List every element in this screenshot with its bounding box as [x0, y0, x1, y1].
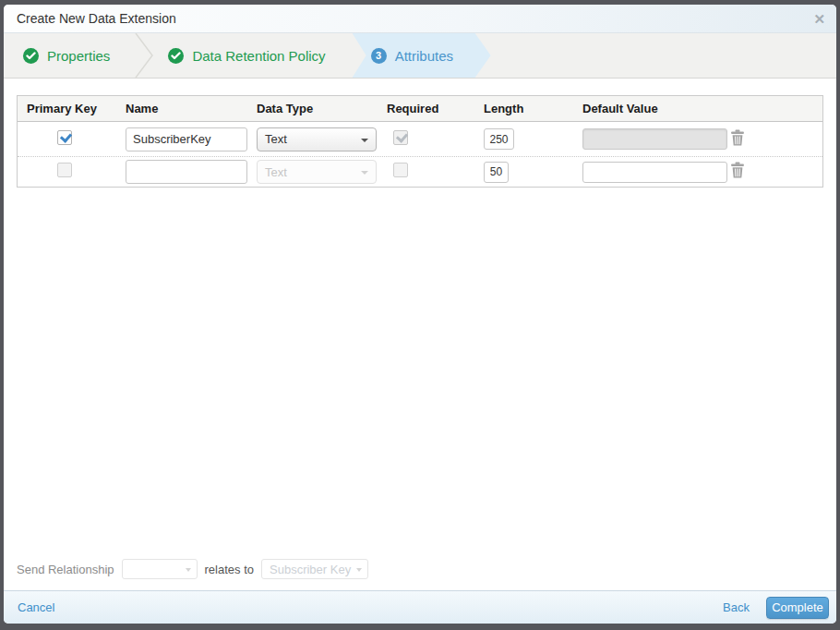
primary-key-checkbox[interactable] — [57, 163, 72, 177]
column-header-default-value: Default Value — [575, 102, 723, 115]
column-header-name: Name — [116, 102, 247, 115]
wizard-step-data-retention-policy[interactable]: Data Retention Policy — [154, 33, 351, 78]
required-cell — [377, 130, 474, 149]
check-circle-icon — [23, 48, 39, 64]
default-value-input[interactable] — [582, 162, 727, 183]
default-value-cell — [575, 128, 723, 150]
chevron-down-icon — [356, 568, 362, 572]
required-cell — [377, 163, 474, 181]
column-header-length: Length — [474, 102, 575, 115]
wizard-step-properties[interactable]: Properties — [4, 33, 134, 78]
chevron-down-icon — [186, 568, 191, 572]
table-row: Text — [18, 156, 822, 187]
back-link[interactable]: Back — [723, 600, 750, 614]
attributes-table: Primary Key Name Data Type Required Leng… — [17, 95, 823, 188]
trash-icon[interactable] — [730, 129, 745, 146]
trash-icon[interactable] — [730, 162, 745, 178]
table-row: Text — [18, 122, 822, 156]
complete-button[interactable]: Complete — [766, 597, 829, 619]
relates-to-label: relates to — [205, 563, 254, 576]
modal-titlebar: Create New Data Extension ✕ — [4, 5, 836, 33]
table-header-row: Primary Key Name Data Type Required Leng… — [18, 96, 822, 122]
wizard-step-label: Properties — [47, 48, 110, 64]
data-type-select: Text — [257, 160, 377, 184]
step-number-badge: 3 — [371, 48, 387, 64]
name-cell — [116, 160, 247, 184]
subscriber-key-value: Subscriber Key — [270, 563, 351, 576]
create-data-extension-modal: Create New Data Extension ✕ Properties D… — [4, 5, 836, 624]
length-input[interactable] — [484, 128, 514, 150]
required-checkbox — [393, 130, 408, 145]
wizard-step-label: Data Retention Policy — [192, 48, 325, 64]
wizard-step-label: Attributes — [395, 48, 453, 64]
primary-key-checkbox[interactable] — [57, 130, 72, 145]
actions-cell — [723, 129, 822, 150]
modal-footer: Cancel Back Complete — [4, 590, 836, 624]
name-input[interactable] — [126, 160, 247, 184]
default-value-input — [582, 128, 727, 150]
send-relationship-row: Send Relationship relates to Subscriber … — [17, 559, 368, 579]
data-type-value: Text — [265, 165, 287, 179]
check-circle-icon — [168, 48, 184, 64]
data-type-select[interactable]: Text — [257, 127, 377, 151]
name-input[interactable] — [126, 127, 247, 151]
modal-title: Create New Data Extension — [17, 11, 176, 26]
send-relationship-field-select — [122, 559, 198, 579]
column-header-required: Required — [377, 102, 474, 115]
data-type-value: Text — [265, 132, 287, 146]
cancel-link[interactable]: Cancel — [18, 600, 54, 614]
data-type-cell: Text — [247, 160, 377, 184]
data-type-cell: Text — [247, 127, 377, 151]
length-input[interactable] — [484, 162, 509, 183]
chevron-down-icon — [361, 171, 368, 175]
primary-key-cell — [18, 163, 116, 181]
send-relationship-label: Send Relationship — [17, 563, 114, 576]
column-header-primary-key: Primary Key — [18, 102, 116, 115]
default-value-cell — [575, 162, 723, 183]
chevron-down-icon — [361, 139, 368, 142]
required-checkbox[interactable] — [393, 163, 408, 177]
length-cell — [474, 128, 575, 150]
actions-cell — [723, 162, 822, 182]
column-header-data-type: Data Type — [247, 102, 377, 115]
length-cell — [474, 162, 575, 183]
wizard-step-bar: Properties Data Retention Policy 3 Attri… — [4, 33, 836, 79]
subscriber-key-select: Subscriber Key — [261, 559, 368, 579]
close-icon[interactable]: ✕ — [813, 12, 825, 26]
chevron-separator-icon — [134, 33, 154, 78]
primary-key-cell — [18, 130, 116, 149]
screen-background: Create New Data Extension ✕ Properties D… — [0, 0, 840, 630]
modal-content: Primary Key Name Data Type Required Leng… — [4, 79, 836, 590]
name-cell — [116, 127, 247, 151]
wizard-step-attributes[interactable]: 3 Attributes — [353, 33, 491, 78]
